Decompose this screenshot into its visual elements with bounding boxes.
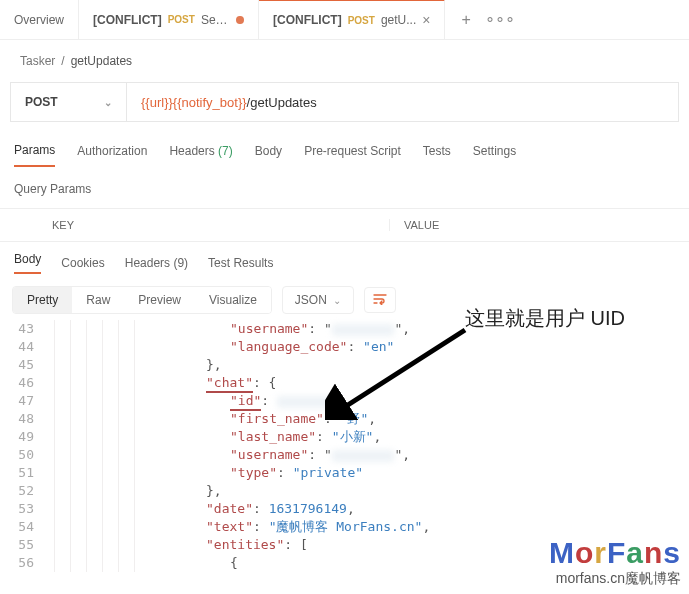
tab-second[interactable]: [CONFLICT] POST Sen...: [79, 0, 259, 40]
code-text: "chat": {: [182, 374, 276, 392]
watermark: MorFans morfans.cn魔帆博客: [549, 536, 681, 588]
resp-headers-count: (9): [173, 256, 188, 270]
line-number: 47: [0, 392, 42, 410]
resptab-headers[interactable]: Headers (9): [125, 256, 188, 270]
line-number: 49: [0, 428, 42, 446]
response-tabs: Body Cookies Headers (9) Test Results: [0, 242, 689, 280]
code-text: },: [182, 482, 222, 500]
line-number: 52: [0, 482, 42, 500]
chevron-down-icon: ⌄: [333, 295, 341, 306]
breadcrumb-current: getUpdates: [71, 54, 132, 68]
col-value: VALUE: [390, 219, 453, 231]
format-select[interactable]: JSON ⌄: [282, 286, 354, 314]
code-text: "username": "xxxxxxxx",: [182, 446, 410, 464]
query-params-label: Query Params: [0, 172, 689, 206]
line-number: 51: [0, 464, 42, 482]
close-icon[interactable]: ×: [422, 12, 430, 28]
tab-conflict-label: [CONFLICT]: [93, 13, 162, 27]
params-table-header: KEY VALUE: [0, 208, 689, 242]
line-number: 54: [0, 518, 42, 536]
reqtab-params[interactable]: Params: [14, 143, 55, 167]
code-text: "first_name": "野",: [182, 410, 376, 428]
view-visualize[interactable]: Visualize: [195, 287, 271, 313]
chevron-down-icon: ⌄: [104, 97, 112, 108]
code-text: },: [182, 356, 222, 374]
code-line: 49"last_name": "小新",: [0, 428, 689, 446]
line-number: 56: [0, 554, 42, 572]
code-line: 48"first_name": "野",: [0, 410, 689, 428]
code-line: 47"id": 00000000,: [0, 392, 689, 410]
code-line: 50"username": "xxxxxxxx",: [0, 446, 689, 464]
resptab-body[interactable]: Body: [14, 252, 41, 274]
code-line: 54"text": "魔帆博客 MorFans.cn",: [0, 518, 689, 536]
reqtab-body[interactable]: Body: [255, 144, 282, 166]
tab-title: Sen...: [201, 13, 231, 27]
line-number: 44: [0, 338, 42, 356]
code-line: 51"type": "private": [0, 464, 689, 482]
wrap-icon[interactable]: [364, 287, 396, 313]
tab-conflict-label: [CONFLICT]: [273, 13, 342, 27]
line-number: 53: [0, 500, 42, 518]
dirty-dot-icon: [236, 16, 244, 24]
tab-title: getU...: [381, 13, 416, 27]
tab-method: POST: [168, 14, 195, 25]
request-tabs: Params Authorization Headers (7) Body Pr…: [0, 138, 689, 172]
col-key: KEY: [0, 219, 390, 231]
reqtab-prerequest[interactable]: Pre-request Script: [304, 144, 401, 166]
watermark-sub: morfans.cn魔帆博客: [549, 570, 681, 588]
code-line: 52},: [0, 482, 689, 500]
line-number: 48: [0, 410, 42, 428]
line-number: 43: [0, 320, 42, 338]
code-text: "last_name": "小新",: [182, 428, 381, 446]
request-bar: POST ⌄ {{url}}{{notify_bot}}/getUpdates: [10, 82, 679, 122]
view-preview[interactable]: Preview: [124, 287, 195, 313]
code-text: "type": "private": [182, 464, 363, 482]
annotation-text: 这里就是用户 UID: [465, 305, 625, 332]
method-select[interactable]: POST ⌄: [11, 83, 127, 121]
breadcrumb: Tasker / getUpdates: [0, 40, 689, 82]
url-tail: /getUpdates: [247, 95, 317, 110]
line-number: 45: [0, 356, 42, 374]
breadcrumb-parent[interactable]: Tasker: [20, 54, 55, 68]
line-number: 55: [0, 536, 42, 554]
view-raw[interactable]: Raw: [72, 287, 124, 313]
code-line: 44"language_code": "en": [0, 338, 689, 356]
url-input[interactable]: {{url}}{{notify_bot}}/getUpdates: [127, 95, 331, 110]
more-tabs-button[interactable]: ∘∘∘: [485, 10, 515, 29]
reqtab-tests[interactable]: Tests: [423, 144, 451, 166]
code-text: "text": "魔帆博客 MorFans.cn",: [182, 518, 430, 536]
reqtab-settings[interactable]: Settings: [473, 144, 516, 166]
response-body[interactable]: 43"username": "xxxxxxxx",44"language_cod…: [0, 320, 689, 572]
line-number: 46: [0, 374, 42, 392]
code-text: "date": 1631796149,: [182, 500, 355, 518]
tab-actions: + ∘∘∘: [445, 10, 530, 29]
format-value: JSON: [295, 293, 327, 307]
code-line: 46"chat": {: [0, 374, 689, 392]
method-value: POST: [25, 95, 58, 109]
view-segment: Pretty Raw Preview Visualize: [12, 286, 272, 314]
add-tab-button[interactable]: +: [461, 11, 470, 29]
code-text: "id": 00000000,: [182, 392, 347, 410]
tab-label: Overview: [14, 13, 64, 27]
code-text: "username": "xxxxxxxx",: [182, 320, 410, 338]
url-var: {{url}}: [141, 95, 173, 110]
tab-method: POST: [348, 15, 375, 26]
resptab-testresults[interactable]: Test Results: [208, 256, 273, 270]
watermark-logo: MorFans: [549, 536, 681, 570]
top-tabs: Overview [CONFLICT] POST Sen... [CONFLIC…: [0, 0, 689, 40]
code-text: "entities": [: [182, 536, 308, 554]
resptab-cookies[interactable]: Cookies: [61, 256, 104, 270]
code-text: "language_code": "en": [182, 338, 394, 356]
code-text: {: [182, 554, 238, 572]
view-pretty[interactable]: Pretty: [13, 287, 72, 313]
line-number: 50: [0, 446, 42, 464]
tab-active[interactable]: [CONFLICT] POST getU... ×: [259, 0, 445, 39]
code-line: 53"date": 1631796149,: [0, 500, 689, 518]
url-var: {{notify_bot}}: [173, 95, 247, 110]
reqtab-headers[interactable]: Headers (7): [169, 144, 232, 166]
reqtab-authorization[interactable]: Authorization: [77, 144, 147, 166]
code-line: 45},: [0, 356, 689, 374]
tab-overview[interactable]: Overview: [0, 0, 79, 40]
breadcrumb-sep: /: [61, 54, 64, 68]
headers-count: (7): [218, 144, 233, 158]
